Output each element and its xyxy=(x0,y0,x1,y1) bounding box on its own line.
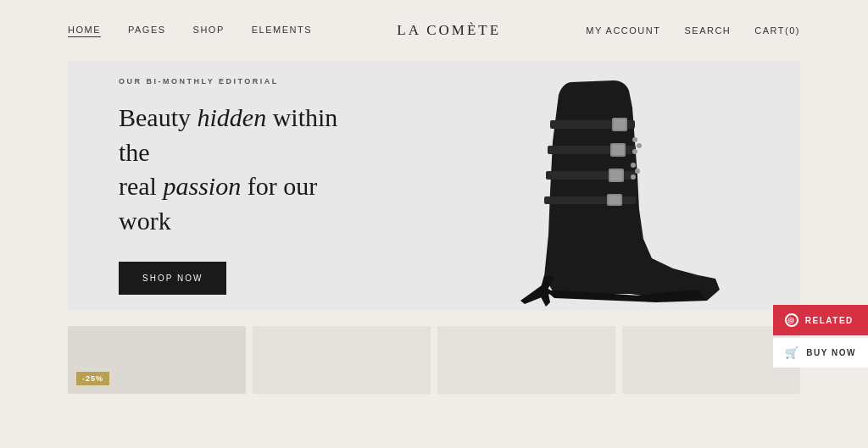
svg-point-15 xyxy=(631,163,636,168)
hero-title-italic1: hidden xyxy=(197,103,266,131)
product-card-2[interactable] xyxy=(253,326,431,394)
buy-now-label: BUY NOW xyxy=(806,348,856,357)
nav-my-account[interactable]: MY ACCOUNT xyxy=(586,25,660,36)
svg-point-13 xyxy=(637,143,642,148)
left-nav: HOME PAGES SHOP ELEMENTS xyxy=(68,25,312,37)
hero-content: OUR BI-MONTHLY EDITORIAL Beauty hidden w… xyxy=(68,61,398,311)
hero-eyebrow: OUR BI-MONTHLY EDITORIAL xyxy=(119,77,347,86)
nav-cart[interactable]: CART(0) xyxy=(754,25,800,36)
nav-search[interactable]: SEARCH xyxy=(684,25,731,36)
svg-point-16 xyxy=(635,169,640,174)
svg-rect-11 xyxy=(609,196,620,204)
floating-actions: ◎ RELATED 🛒 BUY NOW xyxy=(773,305,868,368)
hero-boot-image xyxy=(444,65,766,311)
discount-badge: -25% xyxy=(76,372,109,385)
product-card-3[interactable] xyxy=(437,326,615,394)
nav-home[interactable]: HOME xyxy=(68,25,101,37)
site-logo[interactable]: LA COMÈTE xyxy=(397,22,501,39)
svg-rect-7 xyxy=(612,145,624,155)
svg-rect-9 xyxy=(610,170,622,180)
hero-title: Beauty hidden within thereal passion for… xyxy=(119,101,347,238)
hero-title-text1: Beauty xyxy=(119,103,197,131)
related-button[interactable]: ◎ RELATED xyxy=(773,305,868,335)
site-header: HOME PAGES SHOP ELEMENTS LA COMÈTE MY AC… xyxy=(0,0,868,61)
hero-banner: OUR BI-MONTHLY EDITORIAL Beauty hidden w… xyxy=(68,61,800,311)
cart-icon: 🛒 xyxy=(785,346,800,359)
boot-illustration xyxy=(470,74,741,311)
nav-shop[interactable]: SHOP xyxy=(193,25,225,37)
related-label: RELATED xyxy=(805,316,854,325)
svg-point-14 xyxy=(632,149,637,154)
right-nav: MY ACCOUNT SEARCH CART(0) xyxy=(586,25,800,36)
buy-now-button[interactable]: 🛒 BUY NOW xyxy=(773,337,868,368)
svg-rect-5 xyxy=(614,119,626,130)
shop-now-button[interactable]: SHOP NOW xyxy=(119,262,226,295)
hero-title-italic2: passion xyxy=(163,172,241,200)
nav-pages[interactable]: PAGES xyxy=(128,25,166,37)
product-row: -25% xyxy=(0,311,868,394)
svg-point-17 xyxy=(631,174,636,180)
svg-point-12 xyxy=(632,137,637,142)
product-card-1[interactable]: -25% xyxy=(68,326,246,394)
related-icon: ◎ xyxy=(785,313,798,327)
nav-elements[interactable]: ELEMENTS xyxy=(252,25,312,37)
